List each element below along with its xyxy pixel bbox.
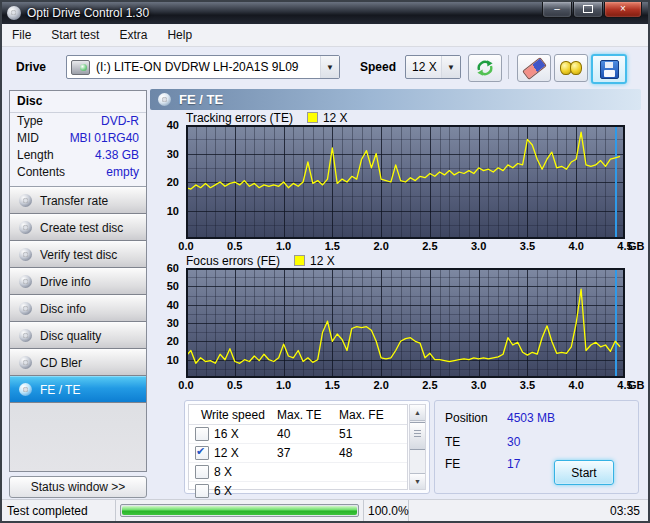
chevron-down-icon[interactable]: ▼ — [441, 56, 460, 78]
disc-info-panel: Disc TypeDVD-RMIDMBI 01RG40Length4.38 GB… — [10, 91, 146, 187]
y-tick-label: 40 — [167, 299, 179, 311]
menu-item-file[interactable]: File — [2, 25, 41, 45]
chevron-down-icon[interactable]: ▼ — [320, 56, 339, 78]
results-panel: Position4503 MBTE30FE17 Start — [434, 400, 639, 494]
x-tick-label: 4.0 — [563, 379, 589, 391]
toolbar: Drive (I:) LITE-ON DVDRW LH-20A1S 9L09 ▼… — [2, 47, 648, 87]
speed-label: 6 X — [214, 484, 232, 498]
progress-percent: 100.0% — [368, 504, 409, 518]
save-button[interactable] — [591, 54, 627, 84]
erase-disc-button[interactable] — [517, 54, 551, 82]
app-window: Opti Drive Control 1.30 – × FileStart te… — [0, 0, 650, 523]
sidebar-item-disc-info[interactable]: Disc info — [10, 295, 146, 322]
result-label: FE — [445, 457, 507, 471]
sidebar-item-label: CD Bler — [40, 356, 82, 370]
y-tick-label: 20 — [167, 335, 179, 347]
x-tick-label: 1.5 — [319, 240, 345, 252]
sidebar-item-verify-test-disc[interactable]: Verify test disc — [10, 241, 146, 268]
x-tick-label: 3.5 — [514, 240, 540, 252]
menu-item-start-test[interactable]: Start test — [41, 25, 109, 45]
sidebar-item-label: FE / TE — [40, 383, 80, 397]
sidebar-item-label: Disc quality — [40, 329, 101, 343]
sidebar-item-disc-quality[interactable]: Disc quality — [10, 322, 146, 349]
max-fe-cell: 51 — [339, 427, 399, 441]
status-text: Test completed — [7, 504, 88, 518]
scrollbar-thumb[interactable] — [410, 422, 425, 450]
disc-info-row-length: Length4.38 GB — [10, 147, 146, 164]
checkbox-16-x[interactable] — [195, 427, 209, 441]
disc-info-label: Length — [17, 148, 54, 163]
maximize-button[interactable] — [573, 2, 603, 18]
fe-legend-swatch — [294, 255, 305, 266]
table-row-16-x[interactable]: 16 X4051 — [189, 425, 407, 444]
x-tick-label: 3.0 — [466, 379, 492, 391]
disc-info-value: empty — [106, 165, 139, 180]
disc-info-value: 4.38 GB — [95, 148, 139, 163]
menu-bar: FileStart testExtraHelp — [2, 24, 648, 47]
table-row-12-x[interactable]: 12 X3748 — [189, 444, 407, 463]
checkbox-8-x[interactable] — [195, 465, 209, 479]
speed-label: Speed — [360, 60, 396, 74]
scroll-down-icon[interactable]: ▼ — [410, 473, 425, 489]
fe-chart-title: Focus errors (FE) — [186, 254, 280, 268]
disc-info-label: MID — [17, 131, 39, 146]
menu-item-help[interactable]: Help — [157, 25, 202, 45]
minimize-button[interactable]: – — [542, 2, 572, 18]
y-tick-label: 50 — [167, 280, 179, 292]
table-scrollbar[interactable]: ▲ ▼ — [409, 404, 426, 490]
y-tick-label: 40 — [167, 119, 179, 131]
y-tick-label: 30 — [167, 317, 179, 329]
y-tick-label: 10 — [167, 354, 179, 366]
drive-select[interactable]: (I:) LITE-ON DVDRW LH-20A1S 9L09 ▼ — [66, 55, 340, 79]
start-button-label: Start — [571, 466, 596, 480]
title-bar[interactable]: Opti Drive Control 1.30 – × — [2, 2, 648, 24]
sidebar-item-transfer-rate[interactable]: Transfer rate — [10, 187, 146, 214]
y-tick-label: 20 — [167, 176, 179, 188]
x-tick-label: 0.0 — [173, 240, 199, 252]
disc-info-value: DVD-R — [101, 114, 139, 129]
table-header-write-speed: Write speed — [189, 408, 277, 422]
x-tick-label: 2.0 — [368, 379, 394, 391]
te-x-axis-labels: 0.00.51.01.52.02.53.03.54.04.5GB — [186, 239, 625, 254]
elapsed-time: 03:35 — [610, 504, 640, 518]
eraser-icon — [522, 57, 547, 80]
floppy-icon — [600, 60, 619, 79]
x-tick-label: 4.0 — [563, 240, 589, 252]
sidebar-item-label: Transfer rate — [40, 194, 108, 208]
sidebar-item-create-test-disc[interactable]: Create test disc — [10, 214, 146, 241]
table-row-8-x[interactable]: 8 X — [189, 463, 407, 482]
result-row-te: TE30 — [445, 435, 520, 449]
disc-info-row-type: TypeDVD-R — [10, 113, 146, 130]
checkbox-12-x[interactable] — [195, 446, 209, 460]
toolbar-separator — [508, 55, 509, 79]
scroll-up-icon[interactable]: ▲ — [410, 405, 425, 421]
header-disc-icon — [158, 93, 171, 106]
close-button[interactable]: × — [604, 2, 642, 18]
sidebar-item-fe-te[interactable]: FE / TE — [10, 376, 146, 403]
speed-label: 16 X — [214, 427, 239, 441]
sidebar-item-drive-info[interactable]: Drive info — [10, 268, 146, 295]
status-window-button[interactable]: Status window >> — [9, 476, 147, 498]
x-axis-unit: GB — [628, 240, 650, 252]
menu-item-extra[interactable]: Extra — [109, 25, 157, 45]
sidebar-item-cd-bler[interactable]: CD Bler — [10, 349, 146, 376]
result-label: TE — [445, 435, 507, 449]
disc-tools-button[interactable] — [554, 54, 588, 82]
disc-info-row-mid: MIDMBI 01RG40 — [10, 130, 146, 147]
x-tick-label: 0.5 — [222, 379, 248, 391]
speed-label: 8 X — [214, 465, 232, 479]
window-title: Opti Drive Control 1.30 — [27, 6, 149, 20]
checkbox-6-x[interactable] — [195, 484, 209, 498]
binoculars-icon — [560, 61, 582, 75]
maximize-icon — [583, 5, 593, 13]
x-tick-label: 0.5 — [222, 240, 248, 252]
drive-label: Drive — [16, 60, 46, 74]
refresh-drives-button[interactable] — [468, 54, 502, 82]
disc-icon — [19, 221, 32, 234]
start-button[interactable]: Start — [554, 460, 614, 485]
te-y-axis-labels: 10203040 — [150, 125, 182, 239]
write-speed-table: Write speedMax. TEMax. FE16 X405112 X374… — [188, 404, 408, 490]
speed-select[interactable]: 12 X ▼ — [405, 55, 461, 79]
disc-icon — [19, 275, 32, 288]
x-tick-label: 0.0 — [173, 379, 199, 391]
